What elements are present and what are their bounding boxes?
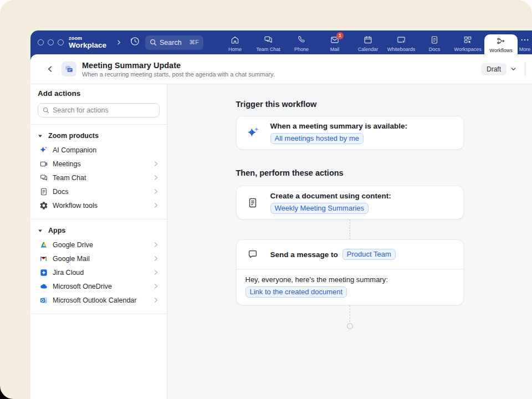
nav-item-workflows[interactable]: Workflows <box>484 34 518 54</box>
window-minimize-button[interactable] <box>48 39 54 45</box>
nav-item-calendar[interactable]: Calendar <box>351 30 385 54</box>
connector-line <box>350 305 350 322</box>
item-label: Workflow tools <box>53 202 98 209</box>
actions-search-placeholder: Search for actions <box>53 106 109 114</box>
sidebar-item-microsoft-onedrive[interactable]: Microsoft OneDrive <box>30 279 167 293</box>
nav-item-team-chat[interactable]: Team Chat <box>252 30 285 54</box>
item-label: Meetings <box>53 160 81 168</box>
sidebar-expand-chevron-icon[interactable] <box>116 38 122 48</box>
nav-item-home[interactable]: Home <box>218 30 252 54</box>
connector-line <box>350 219 350 239</box>
action-title: Send a message to <box>270 250 338 259</box>
chevron-right-icon <box>152 202 160 209</box>
nav-item-workspaces[interactable]: Workspaces <box>451 30 484 54</box>
status-chevron-down-icon[interactable] <box>510 65 517 73</box>
window-controls[interactable] <box>38 39 64 45</box>
chevron-right-icon <box>152 188 160 195</box>
sidebar-item-microsoft-outlook-calendar[interactable]: Microsoft Outlook Calendar <box>30 293 167 307</box>
nav-item-more[interactable]: More <box>518 30 532 54</box>
status-badge[interactable]: Draft <box>481 63 507 75</box>
sidebar-item-jira-cloud[interactable]: Jira Cloud <box>30 265 167 279</box>
sidebar-item-google-drive[interactable]: Google Drive <box>30 238 167 252</box>
workflow-canvas: Trigger this workflow When a meeting sum… <box>167 84 532 399</box>
google-drive-icon <box>39 240 48 249</box>
item-label: Google Mail <box>53 255 90 263</box>
chat-icon <box>245 248 260 260</box>
trigger-card[interactable]: When a meeting summary is available: All… <box>236 116 464 150</box>
docs-icon <box>429 35 439 45</box>
search-icon <box>43 107 49 114</box>
mail-badge: 1 <box>336 32 344 39</box>
caret-down-icon <box>38 228 43 233</box>
nav-label: Team Chat <box>256 47 280 52</box>
chevron-right-icon <box>152 269 160 276</box>
nav-label: Calendar <box>358 47 378 52</box>
mail-icon: 1 <box>330 35 340 45</box>
workflow-header: Meeting Summary Update When a recurring … <box>30 54 532 84</box>
sidebar-item-team-chat[interactable]: Team Chat <box>30 171 167 185</box>
chevron-right-icon <box>152 174 160 181</box>
nav-item-docs[interactable]: Docs <box>418 30 451 54</box>
logo-workplace-text: Workplace <box>69 42 106 49</box>
page-title: Meeting Summary Update <box>82 61 275 70</box>
onedrive-icon <box>39 282 48 291</box>
nav-tabs: HomeTeam ChatPhone1MailCalendarWhiteboar… <box>218 30 532 54</box>
item-label: Microsoft Outlook Calendar <box>53 296 136 304</box>
sidebar-item-ai-companion[interactable]: AI Companion <box>30 143 167 157</box>
actions-search-input[interactable]: Search for actions <box>38 103 160 117</box>
action-card-create-document[interactable]: Create a document using content: Weekly … <box>236 186 464 219</box>
sidebar-item-google-mail[interactable]: Google Mail <box>30 252 167 265</box>
more-icon <box>520 35 530 45</box>
nav-item-whiteboards[interactable]: Whiteboards <box>385 30 418 54</box>
top-navbar: zoom Workplace Search ⌘F HomeTeam ChatPh… <box>30 30 532 54</box>
search-placeholder: Search <box>160 39 182 47</box>
logo-zoom-text: zoom <box>69 36 106 41</box>
item-label: Jira Cloud <box>53 269 84 277</box>
nav-label: Docs <box>429 47 441 52</box>
chevron-right-icon <box>152 160 160 167</box>
message-chip[interactable]: Link to the created document <box>245 287 347 298</box>
nav-item-phone[interactable]: Phone <box>285 30 318 54</box>
nav-label: More <box>519 47 531 52</box>
sidebar-section-zoom-products[interactable]: Zoom products <box>30 129 167 143</box>
zoom-workplace-logo: zoom Workplace <box>69 36 106 49</box>
nav-item-mail[interactable]: 1Mail <box>318 30 351 54</box>
document-icon <box>245 197 260 209</box>
recipient-chip[interactable]: Product Team <box>342 249 396 260</box>
home-icon <box>230 35 240 45</box>
trigger-chip[interactable]: All meetings hosted by me <box>270 133 364 144</box>
calendar-icon <box>363 35 373 45</box>
actions-sidebar: Add actions Search for actions Zoom prod… <box>30 84 167 399</box>
phone-icon <box>297 35 306 45</box>
section-label: Zoom products <box>48 132 99 140</box>
back-button[interactable] <box>44 63 56 75</box>
chevron-right-icon <box>152 255 160 262</box>
window-maximize-button[interactable] <box>58 39 64 45</box>
window-close-button[interactable] <box>38 39 44 45</box>
action-card-send-message[interactable]: Send a message to Product Team Hey, ever… <box>236 239 464 305</box>
jira-icon <box>39 268 48 277</box>
history-icon[interactable] <box>130 36 140 49</box>
action-title: Create a document using content: <box>270 191 391 201</box>
outlook-calendar-icon <box>39 295 48 305</box>
caret-down-icon <box>38 134 43 139</box>
team-chat-icon <box>39 173 48 182</box>
sidebar-section-apps[interactable]: Apps <box>30 223 167 238</box>
global-search-input[interactable]: Search ⌘F <box>145 35 203 50</box>
google-mail-icon <box>39 254 48 263</box>
nav-label: Whiteboards <box>387 47 416 52</box>
app-window: zoom Workplace Search ⌘F HomeTeam ChatPh… <box>30 30 532 399</box>
nav-label: Phone <box>294 47 309 52</box>
workflow-page: Meeting Summary Update When a recurring … <box>30 54 532 399</box>
action-chip[interactable]: Weekly Meeting Summaries <box>270 203 369 214</box>
header-divider <box>525 62 525 76</box>
workspaces-icon <box>463 35 473 45</box>
chevron-right-icon <box>152 283 160 290</box>
search-shortcut: ⌘F <box>189 39 199 46</box>
sidebar-item-workflow-tools[interactable]: Workflow tools <box>30 198 167 212</box>
sidebar-item-docs[interactable]: Docs <box>30 185 167 198</box>
sidebar-item-meetings[interactable]: Meetings <box>30 157 167 171</box>
chevron-right-icon <box>152 296 160 304</box>
workflow-end-node <box>347 323 353 329</box>
whiteboards-icon <box>396 35 406 45</box>
